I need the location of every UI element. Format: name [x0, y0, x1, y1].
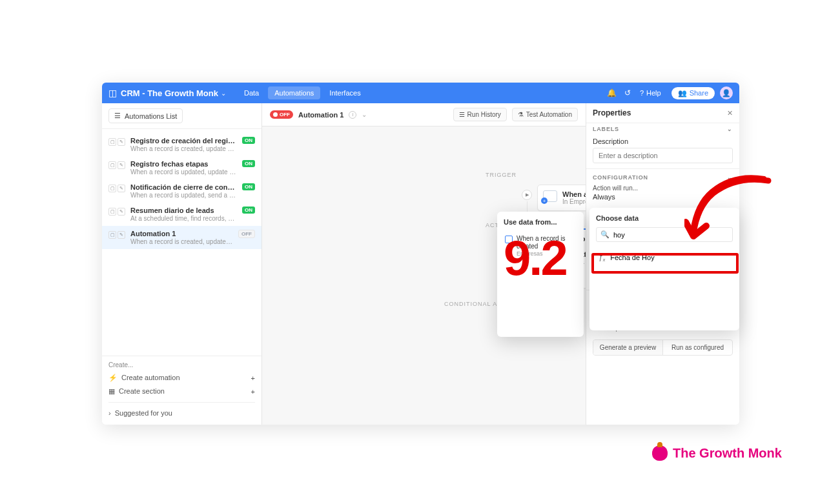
trigger-sub: In Empresas: [562, 198, 586, 205]
checkbox-icon: [505, 236, 513, 243]
run-history-button[interactable]: ☰Run History: [453, 108, 507, 121]
automation-name[interactable]: Automation 1: [298, 111, 343, 119]
flow-icon: ⚡: [108, 374, 118, 381]
automation-icons: ▢✎: [108, 161, 125, 169]
automation-status-badge: ON: [242, 160, 255, 167]
brand-icon: [652, 445, 668, 461]
suggested-button[interactable]: ›Suggested for you: [108, 407, 255, 419]
automation-item[interactable]: ▢✎ Registro de creación del registroWhen…: [102, 133, 261, 156]
help-icon: ?: [640, 89, 644, 97]
automation-item[interactable]: ▢✎ Notificación de cierre de contratoWhe…: [102, 179, 261, 203]
field-option-fecha-de-hoy[interactable]: ƒx Fecha de Hoy: [596, 248, 733, 266]
chevron-down-icon[interactable]: ⌄: [727, 174, 733, 181]
menu-icon: ☰: [114, 112, 121, 120]
automation-item[interactable]: ▢✎ Registro fechas etapasWhen a record i…: [102, 156, 261, 179]
automation-toggle[interactable]: OFF: [270, 110, 293, 119]
trigger-label: TRIGGER: [486, 172, 517, 178]
close-icon[interactable]: ✕: [727, 109, 733, 117]
automation-subtitle: When a record is created, update a recor…: [130, 145, 237, 152]
topbar: ◫ CRM - The Growth Monk ⌄ Data Automatio…: [102, 83, 739, 103]
choose-data-popup: Choose data 🔍 ƒx Fecha de Hoy: [589, 208, 739, 330]
app-logo-icon: ◫: [108, 88, 117, 98]
automation-item[interactable]: ▢✎ Resumen diario de leadsAt a scheduled…: [102, 203, 261, 226]
description-label: Description: [593, 137, 733, 145]
automation-title: Registro fechas etapas: [130, 160, 237, 168]
automation-status-badge: ON: [242, 207, 255, 214]
automation-title: Automation 1: [130, 230, 233, 237]
app-title: CRM - The Growth Monk: [121, 88, 218, 98]
labels-header: LABELS: [593, 126, 619, 132]
trigger-node[interactable]: When a record is created In Empresas: [537, 185, 586, 211]
automations-list: ▢✎ Registro de creación del registroWhen…: [102, 129, 261, 356]
run-step-icon[interactable]: ▶: [522, 190, 532, 200]
info-icon[interactable]: i: [349, 111, 356, 119]
search-box[interactable]: 🔍: [596, 227, 733, 242]
brand-text: The Growth Monk: [673, 446, 782, 461]
flask-icon: ⚗: [518, 111, 524, 118]
automation-status-badge: ON: [242, 137, 255, 144]
data-source-option[interactable]: When a record is created Empresas: [504, 232, 577, 259]
action-will-run-label: Action will run...: [593, 185, 733, 192]
automation-title: Registro de creación del registro: [130, 137, 237, 145]
automation-icons: ▢✎: [108, 208, 125, 216]
people-icon: 👥: [678, 89, 687, 97]
canvas-toolbar: OFF Automation 1 i ⌄ ☰Run History ⚗Test …: [262, 103, 586, 126]
automation-subtitle: When a record is created, update a recor…: [130, 238, 233, 245]
choose-data-title: Choose data: [596, 214, 733, 222]
plus-icon: +: [251, 388, 255, 396]
automation-icons: ▢✎: [108, 138, 125, 146]
automation-status-badge: OFF: [238, 230, 255, 238]
formula-icon: ƒx: [599, 252, 605, 262]
data-source-sub: Empresas: [517, 250, 576, 257]
trigger-title: When a record is created: [562, 190, 586, 198]
use-data-from-title: Use data from...: [504, 218, 577, 226]
create-label: Create...: [108, 361, 255, 368]
tab-automations[interactable]: Automations: [268, 86, 320, 99]
plus-icon: +: [251, 374, 255, 382]
tab-interfaces[interactable]: Interfaces: [323, 86, 367, 99]
automation-status-badge: ON: [242, 183, 255, 190]
list-icon: ☰: [459, 111, 465, 118]
bell-icon[interactable]: 🔔: [607, 88, 617, 97]
automation-icons: ▢✎: [108, 231, 125, 239]
create-section-button[interactable]: ▦Create section+: [108, 385, 255, 398]
field-option-label: Fecha de Hoy: [610, 254, 654, 261]
automation-subtitle: When a record is updated, update a recor…: [130, 168, 237, 176]
automation-item[interactable]: ▢✎ Automation 1When a record is created,…: [102, 226, 261, 249]
create-automation-button[interactable]: ⚡Create automation+: [108, 371, 255, 385]
automations-list-toggle[interactable]: ☰Automations List: [108, 108, 183, 123]
test-buttons: Generate a preview Run as configured: [593, 339, 733, 356]
sidebar-header: ☰Automations List: [102, 103, 261, 129]
configuration-header: CONFIGURATION: [593, 174, 648, 181]
brand-watermark: The Growth Monk: [652, 445, 782, 461]
sidebar: ☰Automations List ▢✎ Registro de creació…: [102, 103, 262, 425]
help-button[interactable]: ?Help: [640, 89, 661, 97]
action-will-run-value: Always: [593, 193, 733, 201]
avatar[interactable]: 👤: [720, 86, 733, 99]
tab-data[interactable]: Data: [238, 86, 265, 99]
record-created-icon: [543, 190, 557, 202]
test-automation-button[interactable]: ⚗Test Automation: [512, 108, 578, 121]
data-source-title: When a record is created: [517, 235, 576, 250]
automation-subtitle: When a record is updated, send a Slack m…: [130, 192, 237, 199]
automation-title: Resumen diario de leads: [130, 207, 237, 214]
use-data-from-popup: Use data from... When a record is create…: [497, 212, 584, 337]
automation-subtitle: At a scheduled time, find records, and 1…: [130, 215, 237, 222]
search-icon: 🔍: [600, 230, 610, 239]
chevron-right-icon: ›: [108, 409, 111, 417]
generate-preview-button[interactable]: Generate a preview: [593, 340, 663, 355]
nav-tabs: Data Automations Interfaces: [238, 86, 367, 99]
chevron-down-icon[interactable]: ⌄: [221, 90, 226, 97]
share-button[interactable]: 👥Share: [671, 87, 715, 99]
sidebar-footer: Create... ⚡Create automation+ ▦Create se…: [102, 356, 261, 425]
properties-title: Properties: [593, 108, 631, 117]
chevron-down-icon[interactable]: ⌄: [727, 126, 733, 132]
run-as-configured-button[interactable]: Run as configured: [663, 340, 732, 355]
history-icon[interactable]: ↺: [624, 88, 631, 97]
search-input[interactable]: [613, 231, 728, 239]
automation-title: Notificación de cierre de contrato: [130, 183, 237, 191]
section-icon: ▦: [108, 387, 115, 395]
description-input[interactable]: [593, 148, 733, 163]
chevron-down-icon[interactable]: ⌄: [362, 111, 367, 118]
automation-icons: ▢✎: [108, 185, 125, 192]
